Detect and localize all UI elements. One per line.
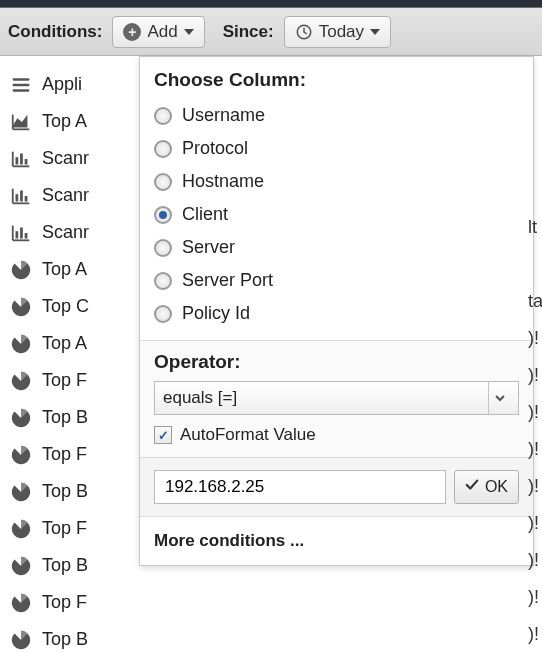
column-radio-label: Client [182,204,228,225]
svg-rect-3 [25,159,28,165]
column-radio-label: Policy Id [182,303,250,324]
autoformat-checkbox[interactable]: ✓ AutoFormat Value [154,425,519,445]
since-label: Since: [223,22,274,42]
ok-button-label: OK [485,478,508,496]
list-item-label: Top B [42,407,88,428]
list-item-label: Top B [42,555,88,576]
pie-chart-icon [10,555,32,577]
radio-icon [154,239,172,257]
column-radio-option[interactable]: Client [154,198,519,231]
pie-chart-icon [10,481,32,503]
since-button-label: Today [319,22,364,42]
radio-icon [154,272,172,290]
radio-icon [154,140,172,158]
list-item-label: Scanr [42,148,89,169]
clipped-text: )! [528,315,542,352]
choose-column-heading: Choose Column: [140,57,533,99]
column-radio-label: Protocol [182,138,248,159]
column-radio-label: Server Port [182,270,273,291]
checkbox-icon: ✓ [154,426,172,444]
column-radio-group: UsernameProtocolHostnameClientServerServ… [140,99,533,340]
add-condition-dropdown: Choose Column: UsernameProtocolHostnameC… [139,56,534,566]
svg-rect-5 [20,190,23,201]
clipped-text: ta [528,278,542,315]
list-item-label: Top F [42,592,87,613]
clipped-text: )! [528,463,542,500]
plus-icon: + [123,23,141,41]
svg-rect-4 [16,194,19,201]
titlebar-strip [0,0,542,8]
autoformat-label: AutoFormat Value [180,425,316,445]
clipped-text [528,56,542,93]
radio-icon [154,305,172,323]
clipped-text: )! [528,389,542,426]
column-radio-option[interactable]: Server [154,231,519,264]
operator-selected-value: equals [=] [163,388,237,408]
clipped-text: )! [528,352,542,389]
clipped-text: )! [528,574,542,611]
list-chart-icon [10,74,32,96]
svg-rect-7 [16,231,19,238]
list-item-label: Scanr [42,185,89,206]
svg-rect-8 [20,227,23,238]
list-item-label: Top A [42,333,87,354]
svg-rect-9 [25,233,28,239]
column-radio-option[interactable]: Protocol [154,132,519,165]
area-chart-icon [10,111,32,133]
operator-select[interactable]: equals [=] [154,381,519,415]
toolbar: Conditions: + Add Since: Today [0,8,542,56]
clipped-text: )! [528,537,542,574]
list-item-label: Top B [42,481,88,502]
list-item-label: Top F [42,370,87,391]
bar-chart-icon [10,148,32,170]
pie-chart-icon [10,629,32,651]
ok-button[interactable]: OK [454,470,519,504]
clipped-text [528,167,542,204]
radio-icon [154,107,172,125]
list-item-label: Top F [42,444,87,465]
pie-chart-icon [10,592,32,614]
list-item-label: Appli [42,74,82,95]
pie-chart-icon [10,444,32,466]
clock-icon [295,23,313,41]
bar-chart-icon [10,185,32,207]
svg-rect-1 [16,157,19,164]
chevron-down-icon [488,382,510,414]
clipped-text [528,93,542,130]
column-radio-option[interactable]: Hostname [154,165,519,198]
pie-chart-icon [10,518,32,540]
column-radio-label: Hostname [182,171,264,192]
conditions-label: Conditions: [8,22,102,42]
clipped-text: )! [528,611,542,648]
pie-chart-icon [10,407,32,429]
value-input[interactable] [154,470,446,504]
since-button[interactable]: Today [284,16,391,48]
list-item-label: Top F [42,518,87,539]
clipped-text [528,241,542,278]
pie-chart-icon [10,259,32,281]
column-radio-label: Username [182,105,265,126]
add-button-label: Add [147,22,177,42]
column-radio-option[interactable]: Policy Id [154,297,519,330]
column-radio-option[interactable]: Username [154,99,519,132]
column-radio-label: Server [182,237,235,258]
add-button[interactable]: + Add [112,16,204,48]
svg-rect-6 [25,196,28,202]
more-conditions-link[interactable]: More conditions ... [140,516,533,565]
list-item-label: Top A [42,259,87,280]
svg-rect-2 [20,153,23,164]
bar-chart-icon [10,222,32,244]
list-item[interactable]: Top F [10,584,540,621]
radio-icon [154,206,172,224]
radio-icon [154,173,172,191]
pie-chart-icon [10,370,32,392]
clipped-text: lt [528,204,542,241]
pie-chart-icon [10,333,32,355]
column-radio-option[interactable]: Server Port [154,264,519,297]
operator-heading: Operator: [154,351,519,373]
list-item-label: Top A [42,111,87,132]
list-item-label: Scanr [42,222,89,243]
chevron-down-icon [184,29,194,35]
list-item[interactable]: Top B [10,621,540,653]
check-icon [465,478,479,496]
